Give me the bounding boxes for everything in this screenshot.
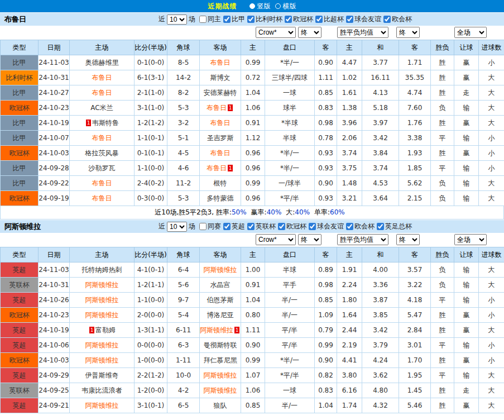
date-cell: 24-10-23: [39, 101, 70, 116]
match-row: 比甲24-10-191韦斯特鲁1-2(1-2)3-2布鲁日0.91*半球0.98…: [1, 116, 504, 131]
result-handicap-cell: 走: [454, 85, 479, 101]
match-count-select[interactable]: 10: [167, 222, 187, 232]
home-team-name: 阿斯顿维拉: [85, 296, 119, 304]
filter-checkbox[interactable]: [285, 16, 292, 23]
filter-checkbox[interactable]: [223, 223, 231, 230]
filter-option[interactable]: 欧冠杯: [285, 15, 313, 24]
result-handicap-cell: 输: [454, 338, 479, 353]
match-row: 英超24-10-191富勒姆1-3(1-1)6-11阿斯顿维拉11.11平/半0…: [1, 323, 504, 338]
filter-checkbox[interactable]: [199, 16, 207, 23]
result-goals-cell: 小: [479, 146, 504, 161]
home-team-name: 布鲁日: [92, 179, 112, 187]
filter-option[interactable]: 比利时杯: [247, 15, 282, 24]
filter-checkbox[interactable]: [383, 16, 391, 23]
away-team-cell: 博洛尼亚: [200, 308, 241, 323]
filter-option[interactable]: 球会友谊: [346, 15, 381, 24]
score-cell: 0-1(0-1): [135, 146, 167, 161]
match-row: 英超24-10-26阿斯顿维拉1-1(0-0)9-7伯恩茅斯1.04半/一0.8…: [1, 293, 504, 308]
filter-checkbox[interactable]: [247, 16, 255, 23]
home-team-cell: 伊普斯维奇: [70, 368, 135, 383]
filter-option[interactable]: 同赛: [199, 222, 221, 231]
column-header: 主: [337, 40, 362, 55]
filter-checkbox[interactable]: [199, 223, 207, 230]
filter-option[interactable]: 比甲: [223, 15, 245, 24]
odds-select-0[interactable]: Crow*: [256, 234, 296, 245]
odds-select-3[interactable]: 终: [396, 234, 420, 245]
filter-checkbox[interactable]: [346, 223, 353, 230]
league-type-cell: 英超: [1, 262, 39, 278]
league-type-cell: 英联杯: [1, 278, 39, 293]
avg-away-odds-cell: 1.95: [399, 368, 431, 383]
home-team-name: 沙勒罗瓦: [89, 164, 116, 172]
filter-option[interactable]: 同主: [199, 15, 221, 24]
filter-checkbox[interactable]: [315, 16, 323, 23]
date-cell: 24-09-21: [39, 398, 70, 413]
result-goals-cell: 大: [479, 278, 504, 293]
avg-draw-odds-cell: 3.77: [362, 55, 399, 70]
odds-select-2[interactable]: 胜平负均值: [337, 234, 388, 245]
date-cell: 24-11-03: [39, 262, 70, 278]
filter-option[interactable]: 英超: [223, 222, 245, 231]
layout-radio-horizontal[interactable]: 横版: [275, 2, 296, 11]
avg-home-odds-cell: 3.80: [337, 368, 362, 383]
away-team-name: 圣吉罗斯: [207, 134, 234, 142]
odds-select-4[interactable]: 全场: [454, 27, 487, 38]
result-handicap-cell: 输: [454, 368, 479, 383]
odds-select-2[interactable]: 胜平负均值: [337, 27, 388, 38]
match-row: 欧冠杯24-10-03阿斯顿维拉1-0(0-0)1-11拜仁慕尼黑0.99*半/…: [1, 353, 504, 368]
filter-checkbox[interactable]: [278, 223, 285, 230]
layout-radio-vertical[interactable]: 竖版: [249, 2, 271, 11]
handicap-away-odds-cell: 1.11: [315, 70, 337, 85]
filter-option[interactable]: 比超杯: [315, 15, 344, 24]
match-count-select[interactable]: 10: [167, 15, 187, 25]
filter-option[interactable]: 欧会杯: [383, 15, 412, 24]
section-header: 布鲁日 近 10 场 同主比甲比利时杯欧冠杯比超杯球会友谊欧会杯: [0, 12, 504, 26]
column-header: 类型: [1, 247, 39, 262]
layout-vertical-label: 竖版: [257, 2, 271, 11]
red-card-badge: 1: [228, 165, 233, 171]
avg-draw-odds-cell: 3.42: [362, 323, 399, 338]
corner-cell: 6-4: [167, 262, 200, 278]
filter-option[interactable]: 球会友谊: [309, 222, 344, 231]
match-row: 英联杯24-09-25韦康比流浪者1-2(0-0)4-2阿斯顿维拉1.06一球0…: [1, 383, 504, 398]
corner-cell: 11-2: [167, 176, 200, 191]
match-row: 比甲24-09-22布鲁日2-4(0-2)11-2根特0.99一/球半0.901…: [1, 176, 504, 191]
league-type-cell: 欧冠杯: [1, 191, 39, 206]
avg-draw-odds-cell: 4.53: [362, 176, 399, 191]
result-handicap-cell: 赢: [454, 398, 479, 413]
filter-checkbox[interactable]: [377, 223, 384, 230]
handicap-home-odds-cell: 0.99: [241, 55, 265, 70]
corner-cell: 6-5: [167, 398, 200, 413]
handicap-home-odds-cell: 0.96: [241, 191, 265, 206]
summary-stat-label: 单率:: [314, 208, 330, 216]
avg-home-odds-cell: 1.61: [337, 85, 362, 101]
handicap-away-odds-cell: 0.90: [315, 353, 337, 368]
odds-select-4[interactable]: 全场: [454, 234, 487, 245]
filter-checkbox[interactable]: [247, 223, 255, 230]
odds-select-0[interactable]: Crow*: [256, 27, 296, 38]
filter-checkbox[interactable]: [346, 16, 353, 23]
odds-select-1[interactable]: 终: [298, 234, 321, 245]
handicap-home-odds-cell: 1.06: [241, 101, 265, 116]
filter-label: 英足总杯: [385, 222, 412, 231]
avg-home-odds-cell: 3.74: [337, 146, 362, 161]
result-handicap-cell: 输: [454, 278, 479, 293]
handicap-line-cell: 一球: [265, 383, 315, 398]
avg-away-odds-cell: 2.84: [399, 323, 431, 338]
page-title: 近期战绩: [208, 2, 237, 11]
result-wdl-cell: 胜: [431, 353, 454, 368]
unit-label: 场: [189, 222, 195, 231]
filter-checkbox[interactable]: [309, 223, 316, 230]
handicap-home-odds-cell: 1.06: [241, 383, 265, 398]
filter-option[interactable]: 欧会杯: [346, 222, 375, 231]
home-team-name: 托特纳姆热刺: [82, 266, 122, 274]
match-row: 比甲24-11-03奥德赫维里0-1(0-0)8-5布鲁日0.99*半/一0.9…: [1, 55, 504, 70]
filter-option[interactable]: 欧冠杯: [278, 222, 306, 231]
odds-select-1[interactable]: 终: [298, 27, 321, 38]
column-header: 类型: [1, 40, 39, 55]
filter-option[interactable]: 英足总杯: [377, 222, 412, 231]
filter-option[interactable]: 英联杯: [247, 222, 276, 231]
odds-select-3[interactable]: 终: [396, 27, 420, 38]
filter-checkbox[interactable]: [223, 16, 231, 23]
league-type-cell: 比甲: [1, 55, 39, 70]
